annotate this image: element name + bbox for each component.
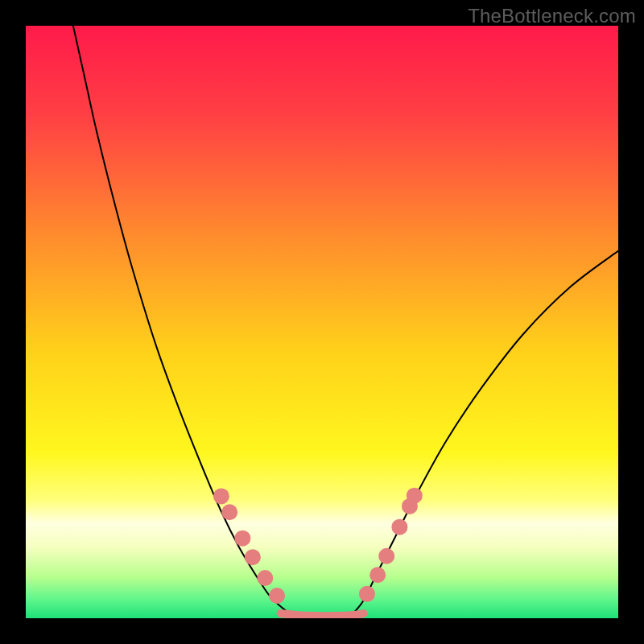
gradient-background (26, 26, 618, 618)
marker-left-beads-4 (257, 570, 273, 586)
plot-area (26, 26, 618, 618)
marker-right-beads-5 (407, 488, 423, 504)
marker-right-beads-0 (359, 586, 375, 602)
marker-left-beads-5 (269, 588, 285, 604)
marker-right-beads-2 (378, 548, 394, 564)
marker-left-beads-3 (245, 549, 261, 565)
marker-right-beads-1 (369, 567, 386, 583)
bottleneck-curve-chart (26, 26, 618, 618)
marker-left-beads-2 (234, 530, 250, 547)
chart-frame: TheBottleneck.com (0, 0, 644, 644)
marker-right-beads-3 (391, 519, 407, 535)
marker-left-beads-0 (213, 488, 229, 504)
series-valley-band (280, 613, 363, 616)
watermark-label: TheBottleneck.com (468, 5, 636, 27)
marker-left-beads-1 (221, 504, 237, 520)
